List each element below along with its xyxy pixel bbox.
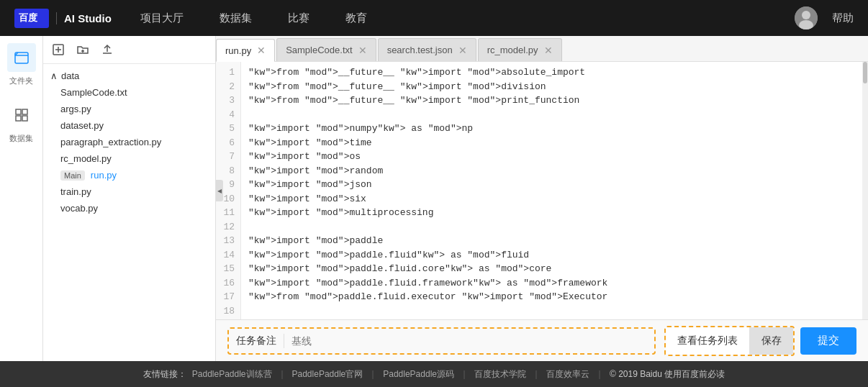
menu-item-project[interactable]: 项目大厅: [140, 12, 184, 25]
save-btn[interactable]: 保存: [750, 327, 793, 355]
code-line: "kw">from "mod">paddle.fluid.executor "k…: [248, 290, 868, 304]
baseline-input[interactable]: [291, 328, 417, 354]
line-number: 1: [216, 65, 240, 80]
tab-label: search.test.json: [387, 45, 453, 55]
line-number: 6: [216, 136, 240, 150]
file-train[interactable]: train.py: [43, 183, 215, 200]
footer-prefix: 友情链接：: [143, 368, 186, 381]
help-link[interactable]: 帮助: [832, 12, 854, 25]
line-number: 2: [216, 80, 240, 94]
file-run[interactable]: Main run.py: [43, 167, 215, 183]
file-label: rc_model.py: [60, 153, 112, 164]
line-number: 16: [216, 276, 240, 291]
tab-close-btn[interactable]: ✕: [257, 45, 266, 55]
file-dataset[interactable]: dataset.py: [43, 117, 215, 134]
bottom-bar: 任务备注 查看任务列表 保存: [216, 319, 868, 361]
main-content: 文件夹 数据集: [0, 36, 868, 361]
scrollbar[interactable]: [862, 62, 868, 319]
footer-copyright: © 2019 Baidu 使用百度前必读: [610, 368, 725, 381]
file-samplecode[interactable]: SampleCode.txt: [43, 84, 215, 101]
svg-point-2: [802, 11, 810, 19]
line-number: 15: [216, 262, 240, 276]
tab-run-py[interactable]: run.py ✕: [216, 39, 275, 62]
tab-rcmodel[interactable]: rc_model.py ✕: [478, 38, 562, 61]
file-label: paragraph_extraction.py: [60, 137, 161, 147]
code-line: "kw">from "mod">__future__ "kw">import "…: [248, 94, 868, 108]
ai-studio-label: AI Studio: [56, 12, 112, 24]
tab-searchtest[interactable]: search.test.json ✕: [378, 38, 476, 61]
top-right: 帮助: [795, 6, 854, 29]
folder-name: data: [61, 70, 79, 81]
file-rcmodel[interactable]: rc_model.py: [43, 150, 215, 167]
sidebar-icon-files[interactable]: [7, 43, 36, 72]
view-tasks-btn[interactable]: 查看任务列表: [666, 327, 750, 355]
file-label: dataset.py: [60, 120, 104, 131]
code-editor: ◀ 12345678910111213141516171819202122232…: [216, 62, 868, 319]
submit-btn[interactable]: 提交: [800, 327, 856, 355]
editor-tabs: run.py ✕ SampleCode.txt ✕ search.test.js…: [216, 36, 868, 62]
tab-close-btn[interactable]: ✕: [458, 45, 467, 55]
code-line: "kw">import "mod">os: [248, 150, 868, 164]
line-number: 17: [216, 290, 240, 304]
sidebar-label-dataset: 数据集: [9, 133, 33, 144]
menu-item-education[interactable]: 教育: [345, 12, 367, 25]
scroll-thumb[interactable]: [863, 62, 867, 83]
line-number: 8: [216, 164, 240, 178]
svg-rect-6: [22, 109, 27, 114]
panel-collapse-handle[interactable]: ◀: [216, 180, 223, 201]
sidebar-label-files: 文件夹: [9, 76, 33, 86]
tab-label: SampleCode.txt: [286, 45, 353, 55]
top-menu: 项目大厅 数据集 比赛 教育: [140, 12, 795, 25]
folder-data[interactable]: ∧ data: [43, 68, 215, 84]
code-content[interactable]: "kw">from "mod">__future__ "kw">import "…: [241, 62, 868, 319]
top-navigation: 百度 AI Studio 项目大厅 数据集 比赛 教育 帮助: [0, 0, 868, 36]
footer-link-4[interactable]: 百度效率云: [546, 368, 589, 381]
file-panel: ∧ data SampleCode.txt args.py dataset.py…: [43, 36, 216, 361]
line-number: 11: [216, 206, 240, 220]
sidebar-icon-dataset[interactable]: [7, 101, 36, 129]
file-label: args.py: [60, 104, 91, 114]
file-vocab[interactable]: vocab.py: [43, 200, 215, 217]
task-input-box: 任务备注: [227, 327, 656, 355]
footer-link-2[interactable]: PaddlePaddle源码: [383, 368, 454, 381]
tab-samplecode[interactable]: SampleCode.txt ✕: [276, 38, 376, 61]
task-note-label: 任务备注: [236, 334, 276, 347]
code-line: "kw">import "mod">time: [248, 136, 868, 150]
footer-link-0[interactable]: PaddlePaddle训练营: [192, 368, 272, 381]
code-line: "kw">import "mod">paddle.fluid.core"kw">…: [248, 262, 868, 276]
action-buttons: 查看任务列表 保存 提交: [664, 326, 856, 356]
main-badge: Main: [60, 170, 85, 181]
vertical-divider: [284, 334, 284, 348]
menu-item-dataset[interactable]: 数据集: [220, 12, 252, 25]
avatar[interactable]: [795, 6, 818, 29]
tab-close-btn[interactable]: ✕: [544, 45, 553, 55]
line-number: 13: [216, 234, 240, 248]
view-save-box: 查看任务列表 保存: [664, 326, 795, 356]
file-label: train.py: [60, 186, 91, 197]
file-toolbar: [43, 36, 215, 64]
logo: 百度 AI Studio: [14, 9, 112, 28]
file-label: vocab.py: [60, 203, 98, 214]
svg-text:百度: 百度: [19, 12, 38, 23]
svg-rect-8: [22, 116, 27, 121]
new-file-btn[interactable]: [50, 42, 66, 58]
tab-close-btn[interactable]: ✕: [358, 45, 367, 55]
new-folder-btn[interactable]: [75, 42, 91, 58]
footer: 友情链接： PaddlePaddle训练营 ｜ PaddlePaddle官网 ｜…: [0, 361, 868, 387]
file-label: SampleCode.txt: [60, 87, 127, 98]
file-args[interactable]: args.py: [43, 101, 215, 117]
code-line: [248, 304, 868, 319]
svg-rect-5: [16, 109, 21, 114]
code-line: "kw">import "mod">paddle.fluid.framework…: [248, 276, 868, 291]
line-number: 5: [216, 122, 240, 136]
line-number: 14: [216, 248, 240, 263]
tab-label: run.py: [225, 45, 251, 56]
line-number: 4: [216, 108, 240, 122]
code-line: "kw">import "mod">json: [248, 178, 868, 192]
code-line: "kw">import "mod">multiprocessing: [248, 206, 868, 220]
footer-link-1[interactable]: PaddlePaddle官网: [292, 368, 363, 381]
menu-item-competition[interactable]: 比赛: [288, 12, 309, 25]
upload-btn[interactable]: [99, 42, 115, 58]
file-paragraph[interactable]: paragraph_extraction.py: [43, 134, 215, 150]
footer-link-3[interactable]: 百度技术学院: [474, 368, 526, 381]
